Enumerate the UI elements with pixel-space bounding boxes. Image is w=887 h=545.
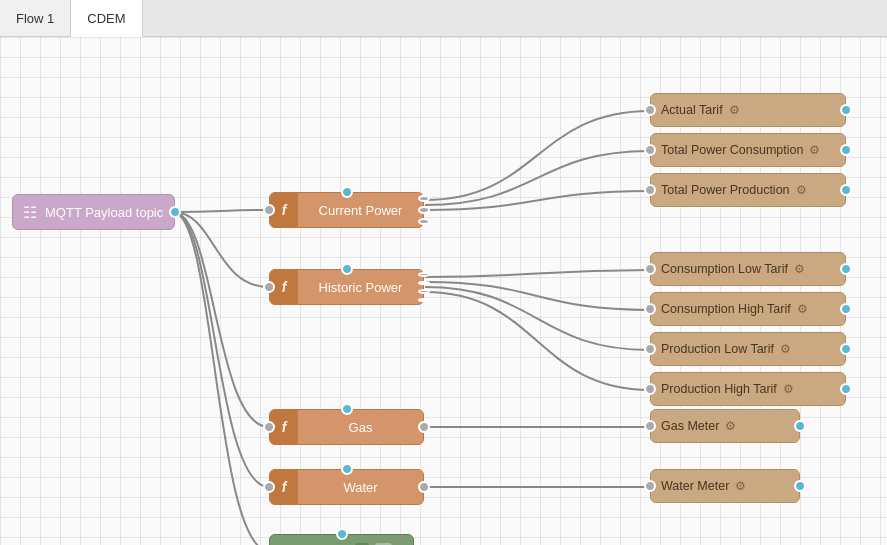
total-power-production-port-left: [644, 184, 656, 196]
production-low-tarif-port-left: [644, 343, 656, 355]
total-power-production-icon: ⚙: [796, 183, 807, 197]
water-label: Water: [298, 480, 423, 495]
mqtt-port-right: [169, 206, 181, 218]
total-power-consumption-label: Total Power Consumption: [661, 143, 803, 157]
production-low-tarif-port-right: [840, 343, 852, 355]
tab-cdem[interactable]: CDEM: [71, 0, 142, 37]
current-power-port-top: [341, 186, 353, 198]
total-power-production-port-right: [840, 184, 852, 196]
water-port-left: [263, 481, 275, 493]
water-meter-icon: ⚙: [735, 479, 746, 493]
consumption-low-tarif-label: Consumption Low Tarif: [661, 262, 788, 276]
water-port-right: [418, 481, 430, 493]
msg-payload-port-top: [336, 528, 348, 540]
historic-power-port-left: [263, 281, 275, 293]
consumption-low-tarif-port-right: [840, 263, 852, 275]
gas-meter-port-right: [794, 420, 806, 432]
historic-power-label: Historic Power: [298, 280, 423, 295]
total-power-consumption-port-right: [840, 144, 852, 156]
tab-bar: Flow 1 CDEM: [0, 0, 887, 37]
output-consumption-low-tarif[interactable]: Consumption Low Tarif ⚙: [650, 252, 846, 286]
production-low-tarif-label: Production Low Tarif: [661, 342, 774, 356]
water-meter-label: Water Meter: [661, 479, 729, 493]
actual-tarif-label: Actual Tarif: [661, 103, 723, 117]
actual-tarif-port-left: [644, 104, 656, 116]
water-node[interactable]: f Water: [269, 469, 424, 505]
current-power-node[interactable]: f Current Power: [269, 192, 424, 228]
gas-label: Gas: [298, 420, 423, 435]
tab-flow1[interactable]: Flow 1: [0, 0, 71, 36]
canvas: ☷ MQTT Payload topic f Current Power f H…: [0, 37, 887, 545]
consumption-high-tarif-icon: ⚙: [797, 302, 808, 316]
mqtt-label: MQTT Payload topic: [45, 205, 163, 220]
consumption-high-tarif-label: Consumption High Tarif: [661, 302, 791, 316]
gas-port-right: [418, 421, 430, 433]
actual-tarif-port-right: [840, 104, 852, 116]
historic-power-ports-right: [418, 270, 430, 304]
water-meter-port-left: [644, 480, 656, 492]
mqtt-waves-icon: ☷: [23, 203, 37, 222]
consumption-low-tarif-icon: ⚙: [794, 262, 805, 276]
total-power-production-label: Total Power Production: [661, 183, 790, 197]
gas-port-top: [341, 403, 353, 415]
current-power-ports-right: [418, 193, 430, 227]
consumption-low-tarif-port-left: [644, 263, 656, 275]
output-total-power-consumption[interactable]: Total Power Consumption ⚙: [650, 133, 846, 167]
output-total-power-production[interactable]: Total Power Production ⚙: [650, 173, 846, 207]
output-water-meter[interactable]: Water Meter ⚙: [650, 469, 800, 503]
consumption-high-tarif-port-right: [840, 303, 852, 315]
production-high-tarif-port-right: [840, 383, 852, 395]
historic-power-node[interactable]: f Historic Power: [269, 269, 424, 305]
gas-meter-port-left: [644, 420, 656, 432]
output-production-low-tarif[interactable]: Production Low Tarif ⚙: [650, 332, 846, 366]
gas-node[interactable]: f Gas: [269, 409, 424, 445]
total-power-consumption-port-left: [644, 144, 656, 156]
output-production-high-tarif[interactable]: Production High Tarif ⚙: [650, 372, 846, 406]
current-power-label: Current Power: [298, 203, 423, 218]
output-gas-meter[interactable]: Gas Meter ⚙: [650, 409, 800, 443]
production-high-tarif-icon: ⚙: [783, 382, 794, 396]
gas-meter-label: Gas Meter: [661, 419, 719, 433]
current-power-port-left: [263, 204, 275, 216]
production-high-tarif-label: Production High Tarif: [661, 382, 777, 396]
water-meter-port-right: [794, 480, 806, 492]
production-high-tarif-port-left: [644, 383, 656, 395]
output-consumption-high-tarif[interactable]: Consumption High Tarif ⚙: [650, 292, 846, 326]
actual-tarif-icon: ⚙: [729, 103, 740, 117]
msg-payload-node[interactable]: msg.payload ≡ □: [269, 534, 414, 545]
total-power-consumption-icon: ⚙: [809, 143, 820, 157]
mqtt-node[interactable]: ☷ MQTT Payload topic: [12, 194, 175, 230]
gas-port-left: [263, 421, 275, 433]
consumption-high-tarif-port-left: [644, 303, 656, 315]
water-port-top: [341, 463, 353, 475]
output-actual-tarif[interactable]: Actual Tarif ⚙: [650, 93, 846, 127]
production-low-tarif-icon: ⚙: [780, 342, 791, 356]
gas-meter-icon: ⚙: [725, 419, 736, 433]
historic-power-port-top: [341, 263, 353, 275]
